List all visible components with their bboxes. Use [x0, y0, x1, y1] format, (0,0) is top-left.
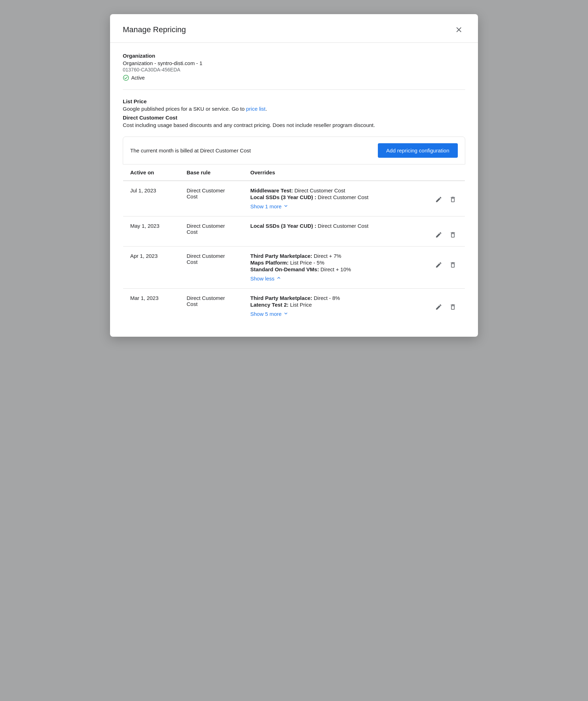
actions-group	[434, 223, 458, 240]
list-price-label: List Price	[123, 98, 465, 104]
override-line: Third Party Marketplace: Direct - 8%	[250, 295, 420, 301]
check-circle-icon	[123, 75, 129, 81]
modal-header: Manage Repricing	[110, 14, 478, 43]
override-line: Third Party Marketplace: Direct + 7%	[250, 253, 420, 259]
delete-button[interactable]	[448, 230, 458, 240]
table-row: Jul 1, 2023Direct Customer CostMiddlewar…	[123, 181, 465, 216]
override-line: Middleware Test: Direct Customer Cost	[250, 187, 420, 193]
edit-icon	[435, 231, 442, 238]
cell-active-on: Apr 1, 2023	[123, 247, 180, 289]
cell-base-rule: Direct Customer Cost	[180, 289, 243, 324]
col-header-overrides: Overrides	[243, 164, 427, 181]
cell-actions	[427, 181, 465, 216]
actions-group	[434, 187, 458, 204]
actions-group	[434, 295, 458, 312]
override-line: Latency Test 2: List Price	[250, 302, 420, 308]
chevron-down-icon	[283, 203, 289, 210]
edit-button[interactable]	[434, 302, 444, 312]
show-toggle-label: Show less	[250, 276, 275, 282]
cell-actions	[427, 216, 465, 247]
delete-icon	[449, 196, 456, 203]
show-more-button[interactable]: Show 5 more	[250, 311, 289, 317]
chevron-up-icon	[276, 275, 282, 282]
list-price-desc-prefix: Google published prices for a SKU or ser…	[123, 106, 246, 112]
edit-icon	[435, 303, 442, 311]
price-list-link[interactable]: price list	[246, 106, 266, 112]
override-line: Standard On-Demand VMs: Direct + 10%	[250, 266, 420, 272]
cell-base-rule: Direct Customer Cost	[180, 247, 243, 289]
direct-cost-section: Direct Customer Cost Cost including usag…	[123, 115, 465, 128]
modal-dialog: Manage Repricing Organization Organizati…	[110, 14, 478, 337]
chevron-down-icon	[283, 311, 289, 317]
modal-overlay: Manage Repricing Organization Organizati…	[0, 0, 588, 701]
add-repricing-config-button[interactable]: Add repricing configuration	[378, 143, 458, 158]
org-name: Organization - syntro-disti.com - 1	[123, 60, 465, 66]
col-header-base-rule: Base rule	[180, 164, 243, 181]
list-price-desc-suffix: .	[266, 106, 267, 112]
override-line: Local SSDs (3 Year CUD) : Direct Custome…	[250, 223, 420, 229]
cell-overrides: Third Party Marketplace: Direct + 7%Maps…	[243, 247, 427, 289]
cell-base-rule: Direct Customer Cost	[180, 216, 243, 247]
cell-overrides: Middleware Test: Direct Customer CostLoc…	[243, 181, 427, 216]
close-button[interactable]	[452, 24, 465, 35]
table-row: Mar 1, 2023Direct Customer CostThird Par…	[123, 289, 465, 324]
cell-actions	[427, 289, 465, 324]
delete-button[interactable]	[448, 195, 458, 204]
show-less-button[interactable]: Show less	[250, 275, 282, 282]
cell-active-on: Mar 1, 2023	[123, 289, 180, 324]
list-price-desc: Google published prices for a SKU or ser…	[123, 106, 465, 112]
edit-button[interactable]	[434, 260, 444, 270]
cell-overrides: Third Party Marketplace: Direct - 8%Late…	[243, 289, 427, 324]
direct-cost-desc: Cost including usage based discounts and…	[123, 122, 465, 128]
cell-active-on: Jul 1, 2023	[123, 181, 180, 216]
table-row: Apr 1, 2023Direct Customer CostThird Par…	[123, 247, 465, 289]
show-toggle-label: Show 1 more	[250, 203, 282, 209]
billing-notice-row: The current month is billed at Direct Cu…	[123, 137, 465, 164]
show-more-button[interactable]: Show 1 more	[250, 203, 289, 210]
cell-base-rule: Direct Customer Cost	[180, 181, 243, 216]
list-price-section: List Price Google published prices for a…	[123, 98, 465, 112]
org-section: Organization Organization - syntro-disti…	[123, 53, 465, 81]
org-label: Organization	[123, 53, 465, 59]
svg-point-0	[123, 75, 129, 81]
direct-cost-label: Direct Customer Cost	[123, 115, 465, 121]
delete-icon	[449, 231, 456, 238]
org-status-badge: Active	[123, 75, 465, 81]
col-header-active-on: Active on	[123, 164, 180, 181]
override-line: Maps Platform: List Price - 5%	[250, 260, 420, 266]
repricing-table: Active on Base rule Overrides Jul 1, 202…	[123, 164, 465, 324]
actions-group	[434, 253, 458, 270]
edit-icon	[435, 196, 442, 203]
section-divider-1	[123, 89, 465, 90]
cell-active-on: May 1, 2023	[123, 216, 180, 247]
billing-notice-text: The current month is billed at Direct Cu…	[130, 147, 251, 153]
modal-body: Organization Organization - syntro-disti…	[110, 43, 478, 337]
edit-button[interactable]	[434, 230, 444, 240]
cell-overrides: Local SSDs (3 Year CUD) : Direct Custome…	[243, 216, 427, 247]
close-icon	[455, 25, 463, 34]
delete-icon	[449, 303, 456, 311]
delete-icon	[449, 261, 456, 268]
org-id: 013760-CA30DA-456EDA	[123, 67, 465, 73]
delete-button[interactable]	[448, 260, 458, 270]
table-row: May 1, 2023Direct Customer CostLocal SSD…	[123, 216, 465, 247]
col-header-actions	[427, 164, 465, 181]
delete-button[interactable]	[448, 302, 458, 312]
org-status-text: Active	[131, 75, 145, 81]
show-toggle-label: Show 5 more	[250, 311, 282, 317]
edit-icon	[435, 261, 442, 268]
table-header-row: Active on Base rule Overrides	[123, 164, 465, 181]
edit-button[interactable]	[434, 195, 444, 204]
override-line: Local SSDs (3 Year CUD) : Direct Custome…	[250, 194, 420, 200]
cell-actions	[427, 247, 465, 289]
modal-title: Manage Repricing	[123, 25, 186, 34]
